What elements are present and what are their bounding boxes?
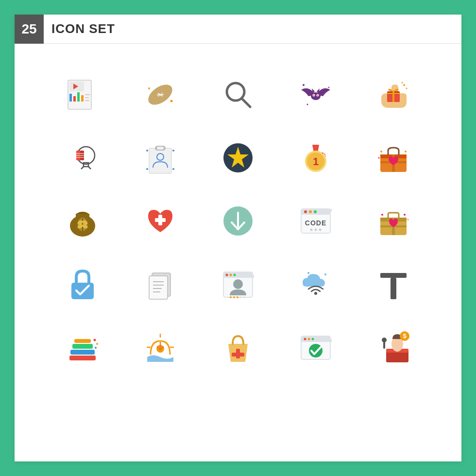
- svg-point-115: [307, 272, 309, 274]
- svg-point-21: [307, 104, 308, 105]
- svg-point-93: [404, 214, 406, 216]
- svg-rect-79: [303, 209, 332, 212]
- svg-point-113: [243, 296, 245, 298]
- icon-user-profile[interactable]: [199, 253, 277, 316]
- svg-point-110: [233, 296, 235, 298]
- svg-point-92: [381, 214, 383, 216]
- svg-rect-6: [81, 95, 84, 102]
- svg-point-125: [95, 347, 97, 349]
- svg-rect-132: [232, 353, 244, 357]
- icon-media-analytics[interactable]: [44, 63, 121, 126]
- svg-point-85: [315, 229, 317, 231]
- svg-text:$: $: [403, 332, 407, 340]
- icon-download-circle[interactable]: [199, 189, 277, 253]
- icon-grain-bag[interactable]: [44, 189, 121, 253]
- svg-rect-75: [155, 218, 166, 222]
- svg-point-94: [408, 219, 409, 221]
- icon-star-circle[interactable]: [199, 126, 277, 189]
- svg-point-81: [309, 210, 312, 213]
- icon-bat-halloween[interactable]: [277, 63, 355, 126]
- icon-rugby-ball[interactable]: [121, 63, 199, 126]
- svg-rect-104: [225, 275, 254, 278]
- icon-money-consultant[interactable]: $: [355, 316, 432, 379]
- icon-clipboard-chart[interactable]: [121, 126, 199, 189]
- svg-rect-97: [149, 276, 168, 299]
- svg-point-63: [405, 151, 407, 153]
- icon-heart-add[interactable]: [121, 189, 199, 253]
- svg-point-116: [324, 273, 326, 275]
- svg-rect-4: [73, 96, 76, 102]
- svg-point-28: [317, 95, 318, 96]
- svg-rect-32: [387, 93, 400, 94]
- icon-browser-check[interactable]: [277, 316, 355, 379]
- svg-line-18: [242, 99, 250, 107]
- icon-cloud-wifi[interactable]: [277, 253, 355, 316]
- svg-point-137: [308, 338, 310, 340]
- svg-point-112: [240, 296, 242, 298]
- svg-point-62: [380, 151, 382, 153]
- icon-gift-hand[interactable]: [355, 63, 432, 126]
- svg-point-124: [96, 343, 98, 345]
- svg-rect-120: [70, 350, 95, 355]
- svg-point-84: [310, 229, 313, 231]
- svg-point-20: [328, 87, 330, 88]
- icon-text-tool[interactable]: [355, 253, 432, 316]
- icon-document-copy[interactable]: [121, 253, 199, 316]
- svg-point-123: [94, 339, 96, 341]
- icon-mind-reading[interactable]: [44, 126, 121, 189]
- svg-point-107: [234, 274, 236, 276]
- svg-point-82: [314, 210, 317, 213]
- icon-shopping-bag[interactable]: [199, 316, 277, 379]
- svg-point-14: [148, 87, 150, 89]
- icon-books-stack[interactable]: [44, 316, 121, 379]
- svg-point-49: [146, 150, 148, 152]
- icon-love-suitcase[interactable]: [355, 126, 432, 189]
- svg-rect-122: [74, 339, 91, 343]
- svg-rect-7: [85, 94, 90, 95]
- icon-love-briefcase[interactable]: [355, 189, 432, 253]
- svg-rect-121: [72, 344, 93, 349]
- svg-point-80: [304, 210, 307, 213]
- svg-point-50: [172, 150, 174, 152]
- svg-point-111: [237, 296, 238, 298]
- icon-count: 25: [15, 15, 44, 44]
- svg-text:CODE: CODE: [305, 219, 326, 227]
- icon-sunrise-download[interactable]: [121, 316, 199, 379]
- svg-point-114: [314, 292, 317, 295]
- svg-point-86: [319, 229, 322, 231]
- svg-point-109: [230, 296, 232, 298]
- svg-point-105: [226, 274, 228, 276]
- svg-point-27: [313, 95, 314, 96]
- svg-point-106: [230, 274, 232, 276]
- svg-rect-5: [77, 92, 80, 102]
- icon-secure-lock[interactable]: [44, 253, 121, 316]
- svg-point-64: [378, 157, 380, 159]
- svg-point-19: [303, 84, 305, 86]
- svg-rect-119: [69, 356, 96, 360]
- svg-rect-117: [380, 273, 407, 278]
- svg-point-138: [312, 338, 314, 340]
- svg-line-38: [81, 167, 84, 169]
- page-title: ICON SET: [44, 21, 115, 36]
- icons-grid: 1: [15, 44, 461, 398]
- svg-point-108: [233, 279, 243, 289]
- svg-rect-118: [391, 278, 396, 299]
- svg-rect-9: [85, 100, 89, 101]
- svg-point-51: [146, 168, 148, 170]
- svg-point-34: [406, 88, 408, 89]
- svg-point-33: [403, 84, 405, 86]
- svg-line-39: [88, 167, 91, 169]
- svg-point-22: [311, 92, 321, 100]
- icon-search[interactable]: [199, 63, 277, 126]
- svg-point-136: [304, 338, 306, 340]
- main-card: 25 ICON SET: [15, 15, 461, 461]
- svg-point-35: [402, 82, 403, 84]
- svg-point-52: [172, 168, 174, 170]
- header: 25 ICON SET: [15, 15, 461, 44]
- svg-point-15: [170, 100, 173, 102]
- svg-point-147: [382, 338, 387, 342]
- svg-rect-8: [85, 97, 89, 98]
- svg-point-16: [170, 86, 171, 87]
- icon-code-window[interactable]: CODE: [277, 189, 355, 253]
- icon-medal-1[interactable]: 1: [277, 126, 355, 189]
